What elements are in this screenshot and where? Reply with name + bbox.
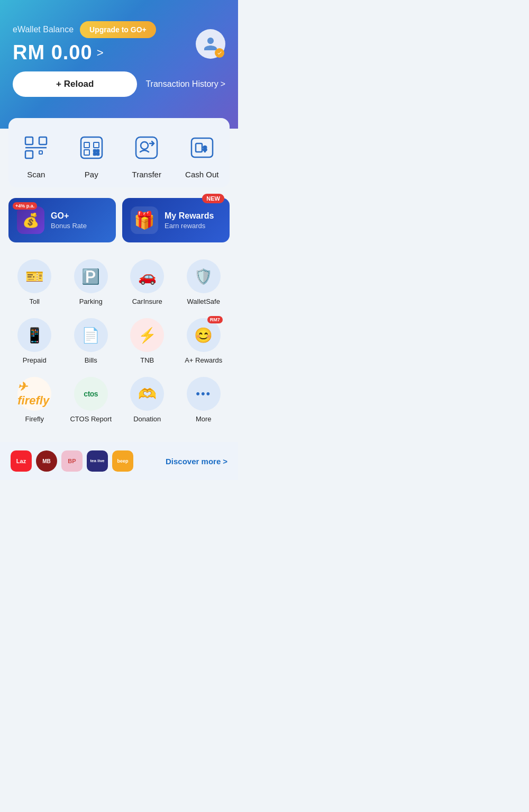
avatar-verified-badge: [215, 48, 224, 58]
service-ctos[interactable]: ctos CTOS Report: [65, 373, 117, 427]
balance-arrow[interactable]: >: [97, 46, 104, 60]
check-icon: [217, 50, 222, 56]
scan-label: Scan: [27, 170, 45, 179]
svg-rect-12: [97, 153, 99, 155]
go-plus-icon: +4% p.a. 💰: [17, 206, 44, 234]
avatar[interactable]: [196, 29, 225, 59]
rate-badge: +4% p.a.: [13, 202, 37, 210]
service-toll[interactable]: 🎫 Toll: [8, 255, 61, 310]
bills-label: Bills: [85, 356, 97, 364]
scan-icon-svg: [22, 134, 50, 161]
tnb-icon: ⚡: [130, 318, 164, 352]
discover-section: Laz MB BP tea live beep Discover more >: [0, 442, 238, 480]
services-grid: 🎫 Toll 🅿️ Parking 🚗 CarInsure 🛡️ WalletS…: [8, 255, 230, 427]
parking-label: Parking: [79, 297, 103, 305]
quick-actions-panel: Scan Pay Transfer: [8, 118, 230, 187]
discover-logos: Laz MB BP tea live beep: [11, 450, 133, 472]
tealive-logo[interactable]: tea live: [87, 450, 108, 472]
pay-action[interactable]: Pay: [75, 131, 108, 179]
header-section: eWallet Balance Upgrade to GO+ RM 0.00 >…: [0, 0, 238, 129]
bp-logo[interactable]: BP: [61, 450, 83, 472]
svg-rect-10: [97, 150, 99, 152]
svg-rect-8: [84, 150, 89, 155]
transfer-action[interactable]: Transfer: [130, 131, 163, 179]
transfer-label: Transfer: [132, 170, 161, 179]
tnb-label: TNB: [140, 356, 154, 364]
transaction-history-link[interactable]: Transaction History >: [145, 79, 225, 89]
walletsafe-label: WalletSafe: [187, 297, 220, 305]
svg-text:$: $: [203, 145, 207, 152]
donation-label: Donation: [133, 415, 161, 423]
go-plus-subtitle: Bonus Rate: [51, 222, 87, 230]
svg-rect-1: [39, 137, 47, 145]
arewards-icon: RM7 😊: [187, 318, 221, 352]
beep-logo[interactable]: beep: [112, 450, 133, 472]
ctos-label: CTOS Report: [70, 415, 112, 423]
promo-section: +4% p.a. 💰 GO+ Bonus Rate NEW 🎁 My Rewar…: [0, 187, 238, 247]
my-rewards-card[interactable]: NEW 🎁 My Rewards Earn rewards: [122, 198, 230, 242]
firefly-label: Firefly: [25, 415, 44, 423]
pay-icon: [75, 131, 108, 165]
svg-rect-16: [196, 143, 202, 152]
more-icon: •••: [187, 377, 221, 411]
service-more[interactable]: ••• More: [178, 373, 230, 427]
prepaid-label: Prepaid: [23, 356, 47, 364]
service-parking[interactable]: 🅿️ Parking: [65, 255, 117, 310]
pay-icon-svg: [78, 134, 105, 161]
svg-rect-13: [136, 137, 157, 158]
service-a-rewards[interactable]: RM7 😊 A+ Rewards: [178, 314, 230, 368]
service-firefly[interactable]: ✈firefly Firefly: [8, 373, 61, 427]
rewards-title: My Rewards: [165, 211, 214, 221]
svg-rect-4: [39, 151, 42, 154]
svg-rect-0: [25, 137, 33, 145]
bills-icon: 📄: [74, 318, 108, 352]
svg-point-14: [141, 142, 148, 149]
toll-label: Toll: [29, 297, 40, 305]
svg-rect-2: [25, 151, 33, 158]
reload-button[interactable]: + Reload: [13, 71, 137, 97]
arewards-label: A+ Rewards: [185, 356, 222, 364]
svg-rect-7: [94, 142, 99, 148]
prepaid-icon: 📱: [17, 318, 51, 352]
service-walletsafe[interactable]: 🛡️ WalletSafe: [178, 255, 230, 310]
new-badge: NEW: [202, 194, 224, 203]
go-plus-card[interactable]: +4% p.a. 💰 GO+ Bonus Rate: [8, 198, 116, 242]
cashout-label: Cash Out: [185, 170, 218, 179]
walletsafe-icon: 🛡️: [187, 259, 221, 293]
svg-rect-6: [84, 142, 89, 148]
carinsure-label: CarInsure: [132, 297, 162, 305]
balance-amount: RM 0.00: [13, 41, 93, 64]
parking-icon: 🅿️: [74, 259, 108, 293]
service-bills[interactable]: 📄 Bills: [65, 314, 117, 368]
svg-rect-9: [94, 150, 96, 152]
more-label: More: [196, 415, 212, 423]
donation-icon: 🫶: [130, 377, 164, 411]
pay-label: Pay: [85, 170, 98, 179]
carinsure-icon: 🚗: [130, 259, 164, 293]
lazada-logo[interactable]: Laz: [11, 450, 32, 472]
wallet-label: eWallet Balance: [13, 25, 74, 34]
service-prepaid[interactable]: 📱 Prepaid: [8, 314, 61, 368]
services-section: 🎫 Toll 🅿️ Parking 🚗 CarInsure 🛡️ WalletS…: [0, 247, 238, 436]
svg-rect-11: [94, 153, 96, 155]
ctos-icon: ctos: [74, 377, 108, 411]
cashout-action[interactable]: $ Cash Out: [185, 131, 219, 179]
service-donation[interactable]: 🫶 Donation: [121, 373, 174, 427]
marrybrown-logo[interactable]: MB: [36, 450, 57, 472]
cashout-icon: $: [185, 131, 219, 165]
arewards-badge: RM7: [207, 316, 223, 323]
scan-action[interactable]: Scan: [19, 131, 53, 179]
rewards-subtitle: Earn rewards: [165, 222, 214, 230]
service-tnb[interactable]: ⚡ TNB: [121, 314, 174, 368]
transfer-icon-svg: [133, 134, 160, 161]
scan-icon: [19, 131, 53, 165]
go-plus-title: GO+: [51, 211, 87, 221]
rewards-icon: 🎁: [131, 206, 158, 234]
transfer-icon: [130, 131, 163, 165]
service-carinsure[interactable]: 🚗 CarInsure: [121, 255, 174, 310]
cashout-icon-svg: $: [188, 134, 216, 161]
firefly-icon: ✈firefly: [17, 377, 51, 411]
upgrade-button[interactable]: Upgrade to GO+: [80, 21, 156, 38]
discover-more-link[interactable]: Discover more >: [166, 457, 227, 466]
toll-icon: 🎫: [17, 259, 51, 293]
